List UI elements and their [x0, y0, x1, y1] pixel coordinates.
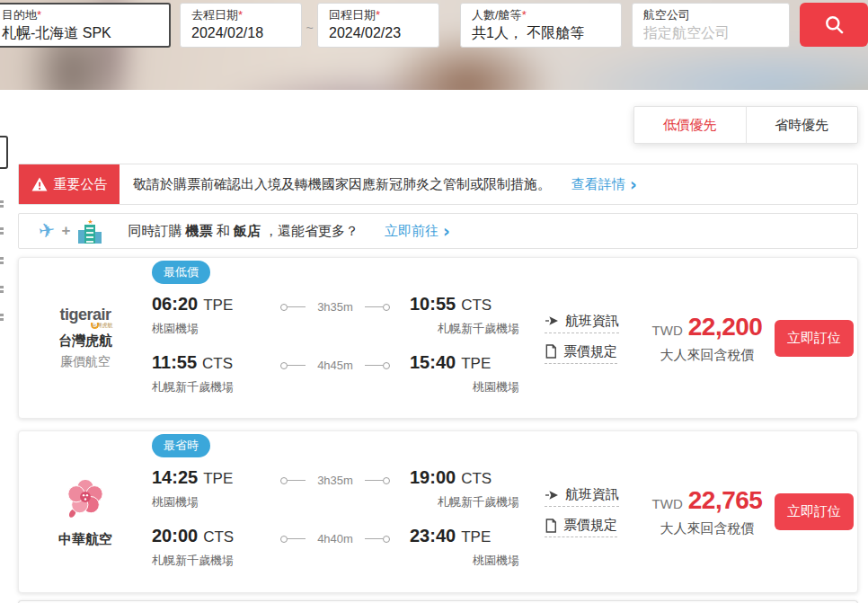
duration-text: 4h45m: [317, 359, 353, 372]
outbound-segment: 06:20TPE 桃園機場 3h35m 10:55CTS 札幌新千歲機場: [152, 294, 504, 337]
departure-airport-name: 桃園機場: [152, 494, 261, 510]
outbound-segment: 14:25TPE 桃園機場 3h35m 19:00CTS 札幌新千歲機場: [152, 467, 504, 510]
search-button[interactable]: [800, 3, 868, 47]
notice-bar: 重要公告 敬請於購票前確認出入境及轉機國家因應新冠肺炎之管制或限制措施。 查看詳…: [18, 164, 858, 205]
flight-info-link[interactable]: 航班資訊: [545, 486, 619, 507]
notice-text: 敬請於購票前確認出入境及轉機國家因應新冠肺炎之管制或限制措施。: [133, 176, 551, 193]
return-date-label: 回程日期*: [329, 8, 428, 22]
fastest-badge: 最省時: [152, 434, 210, 457]
flight-info-link[interactable]: 航班資訊: [545, 313, 619, 333]
currency-label: TWD: [652, 496, 683, 511]
arrival-airport-code: CTS: [461, 470, 492, 487]
hotel-icon: ★: [76, 219, 103, 244]
cutoff-left-panel-edge: [0, 136, 8, 169]
return-date-field[interactable]: 回程日期* 2024/02/23: [317, 3, 439, 48]
airline-input[interactable]: [643, 22, 778, 44]
promo-text: 同時訂購 機票 和 飯店 ，還能省更多？: [128, 223, 359, 240]
destination-value: 札幌-北海道 SPK: [2, 22, 158, 44]
departure-time: 20:00: [152, 526, 198, 545]
notice-detail-link[interactable]: 查看詳情›: [571, 176, 637, 193]
airline-name: 台灣虎航: [19, 333, 152, 350]
duration-indicator: 3h35m: [267, 474, 403, 487]
hero-photo: 目的地* 札幌-北海道 SPK 去程日期* 2024/02/18 ~ 回程日期*…: [0, 0, 868, 90]
document-icon: [545, 344, 557, 359]
arrival-airport-name: 札幌新千歲機場: [410, 494, 519, 510]
return-segment: 11:55CTS 札幌新千歲機場 4h45m 15:40TPE 桃園機場: [152, 352, 504, 395]
departure-airport-name: 札幌新千歲機場: [152, 553, 261, 569]
fare-rules-link[interactable]: 票價規定: [545, 343, 617, 364]
cutoff-left-fragment: [0, 226, 4, 236]
cutoff-left-fragment: [0, 312, 4, 323]
depart-date-value: 2024/02/18: [191, 22, 290, 44]
departure-airport-code: TPE: [203, 470, 233, 487]
notice-badge: 重要公告: [19, 164, 120, 204]
cutoff-left-fragment: [0, 255, 4, 266]
duration-indicator: 4h45m: [267, 359, 403, 372]
sort-tabs: 低價優先 省時優先: [633, 106, 858, 144]
departure-time: 14:25: [152, 467, 198, 487]
price-amount: 22,765: [688, 486, 763, 515]
destination-field[interactable]: 目的地* 札幌-北海道 SPK: [0, 3, 171, 48]
warning-icon: [31, 177, 48, 191]
promo-bar: ✈ + ★ 同時訂購 機票 和 飯店 ，還能省更多？ 立即前往›: [18, 213, 858, 249]
price-note: 大人來回含稅價: [651, 520, 764, 537]
date-range-separator: ~: [302, 21, 317, 35]
return-segment: 20:00CTS 札幌新千歲機場 4h40m 23:40TPE 桃園機場: [152, 526, 504, 569]
duration-text: 3h35m: [317, 474, 353, 487]
flight-info-icon: [545, 314, 559, 328]
passengers-cabin-field[interactable]: 人數/艙等* 共1人， 不限艙等: [460, 3, 622, 48]
cutoff-left-fragment: [0, 284, 4, 295]
plane-icon: ✈: [38, 220, 57, 242]
promo-go-link[interactable]: 立即前往›: [385, 223, 450, 240]
duration-text: 4h40m: [317, 532, 353, 545]
chevron-right-icon: ›: [443, 225, 450, 237]
airline-label: 航空公司: [643, 8, 778, 22]
passengers-cabin-label: 人數/艙等*: [472, 8, 610, 22]
airline-field[interactable]: 航空公司: [632, 3, 790, 48]
flight-info-icon: [545, 488, 559, 502]
departure-airport-code: TPE: [203, 297, 233, 314]
arrival-time: 19:00: [410, 467, 456, 487]
departure-airport-code: CTS: [202, 355, 233, 372]
price-note: 大人來回含稅價: [651, 347, 764, 364]
destination-label: 目的地*: [2, 8, 158, 22]
notice-badge-label: 重要公告: [54, 176, 108, 193]
arrival-airport-name: 桃園機場: [410, 379, 519, 395]
departure-airport-name: 札幌新千歲機場: [152, 379, 261, 395]
lowest-price-badge: 最低價: [152, 261, 210, 284]
search-bar: 目的地* 札幌-北海道 SPK 去程日期* 2024/02/18 ~ 回程日期*…: [0, 3, 868, 48]
tab-price-first[interactable]: 低價優先: [634, 107, 746, 143]
arrival-time: 15:40: [410, 352, 456, 372]
chevron-right-icon: ›: [630, 178, 637, 191]
airline-name: 中華航空: [19, 531, 152, 548]
book-now-button[interactable]: 立即訂位: [775, 320, 854, 357]
departure-airport-code: CTS: [203, 528, 234, 545]
passengers-cabin-value: 共1人， 不限艙等: [472, 22, 610, 44]
arrival-airport-code: TPE: [461, 355, 491, 372]
return-date-value: 2024/02/23: [329, 22, 428, 44]
departure-airport-name: 桃園機場: [152, 321, 261, 337]
departure-time: 06:20: [152, 294, 198, 314]
depart-date-field[interactable]: 去程日期* 2024/02/18: [180, 3, 302, 48]
departure-time: 11:55: [152, 352, 197, 372]
arrival-airport-name: 桃園機場: [410, 553, 519, 569]
flight-card-china-airlines: 中華航空 最省時 14:25TPE 桃園機場 3h35m 19:00CTS: [18, 430, 858, 593]
arrival-time: 23:40: [410, 526, 456, 545]
duration-text: 3h35m: [317, 300, 353, 314]
currency-label: TWD: [652, 323, 683, 338]
airline-subtitle: 廉價航空: [19, 354, 152, 370]
tab-time-first[interactable]: 省時優先: [746, 107, 858, 143]
document-icon: [545, 519, 557, 533]
fare-rules-link[interactable]: 票價規定: [545, 517, 617, 537]
duration-indicator: 3h35m: [267, 300, 403, 314]
china-airlines-logo: [65, 476, 106, 519]
arrival-airport-code: TPE: [461, 528, 491, 545]
book-now-button[interactable]: 立即訂位: [775, 493, 854, 530]
plus-icon: +: [61, 222, 70, 240]
cutoff-left-fragment: [0, 199, 4, 209]
arrival-airport-name: 札幌新千歲機場: [410, 321, 519, 337]
tigerair-logo: tigerair 台灣虎航: [59, 306, 111, 324]
arrival-time: 10:55: [410, 294, 456, 314]
search-icon: [822, 13, 846, 37]
duration-indicator: 4h40m: [267, 532, 403, 545]
